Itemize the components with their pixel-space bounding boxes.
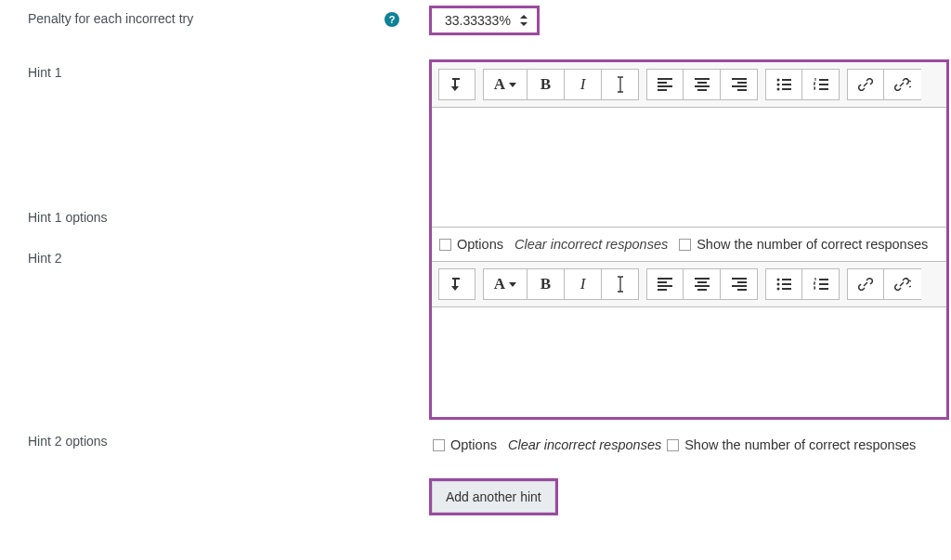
align-left-button[interactable] bbox=[646, 268, 684, 300]
align-right-icon bbox=[732, 278, 747, 291]
unlink-button[interactable] bbox=[884, 268, 921, 300]
numbered-list-icon bbox=[814, 78, 828, 91]
unlink-icon bbox=[894, 77, 911, 92]
hint2-options-row: Options Clear incorrect responses Show t… bbox=[429, 428, 944, 462]
hint2-clear-label: Clear incorrect responses bbox=[508, 437, 661, 452]
sort-icon bbox=[520, 15, 528, 26]
hint1-options-text: Options bbox=[457, 237, 503, 252]
align-left-icon bbox=[658, 78, 672, 91]
svg-point-4 bbox=[777, 283, 780, 286]
hint2-options-text: Options bbox=[450, 437, 497, 452]
chevron-down-icon bbox=[509, 282, 516, 287]
align-center-button[interactable] bbox=[684, 268, 721, 300]
penalty-value: 33.33333% bbox=[445, 13, 511, 28]
align-right-button[interactable] bbox=[721, 69, 758, 100]
hint2-options-label: Hint 2 options bbox=[28, 434, 409, 449]
hint2-options-checkbox[interactable] bbox=[433, 439, 445, 451]
bullet-list-button[interactable] bbox=[765, 268, 802, 300]
text-cursor-button[interactable] bbox=[602, 69, 639, 100]
numbered-list-button[interactable] bbox=[802, 268, 840, 300]
penalty-select[interactable]: 33.33333% bbox=[432, 8, 537, 33]
align-right-icon bbox=[732, 78, 747, 91]
paragraph-style-button[interactable]: A bbox=[483, 268, 528, 300]
bold-button[interactable]: B bbox=[528, 268, 565, 300]
penalty-label: Penalty for each incorrect try bbox=[28, 11, 384, 26]
bullet-list-button[interactable] bbox=[765, 69, 802, 100]
hint1-options-checkbox[interactable] bbox=[439, 239, 451, 251]
svg-point-5 bbox=[777, 288, 780, 291]
hint1-show-checkbox[interactable] bbox=[679, 239, 691, 251]
hint1-toolbar: A B I bbox=[432, 62, 946, 108]
hint1-editor[interactable] bbox=[432, 108, 946, 227]
chevron-down-icon bbox=[509, 83, 516, 87]
link-icon bbox=[858, 77, 873, 92]
bold-button[interactable]: B bbox=[528, 69, 565, 100]
svg-point-0 bbox=[777, 79, 780, 82]
hint1-label: Hint 1 bbox=[28, 65, 409, 80]
text-cursor-icon bbox=[615, 276, 626, 293]
align-right-button[interactable] bbox=[721, 268, 758, 300]
align-center-icon bbox=[695, 278, 710, 291]
unlink-button[interactable] bbox=[884, 69, 921, 100]
svg-point-2 bbox=[777, 88, 780, 91]
hint1-clear-label: Clear incorrect responses bbox=[515, 237, 668, 252]
hint1-show-label: Show the number of correct responses bbox=[697, 237, 928, 252]
hint2-show-checkbox[interactable] bbox=[667, 439, 679, 451]
hint2-show-label: Show the number of correct responses bbox=[684, 437, 916, 452]
hint1-options-row: Options Clear incorrect responses Show t… bbox=[432, 227, 946, 261]
toolbar-toggle-button[interactable] bbox=[438, 69, 476, 100]
text-cursor-icon bbox=[615, 76, 626, 93]
hint2-toolbar: A B I bbox=[432, 262, 946, 307]
link-button[interactable] bbox=[847, 69, 884, 100]
align-center-icon bbox=[695, 78, 710, 91]
numbered-list-icon bbox=[814, 278, 828, 291]
italic-button[interactable]: I bbox=[565, 268, 602, 300]
hint1-options-label: Hint 1 options bbox=[28, 210, 409, 225]
unlink-icon bbox=[894, 277, 911, 292]
hint2-label: Hint 2 bbox=[28, 251, 409, 266]
toolbar-toggle-button[interactable] bbox=[438, 268, 476, 300]
align-left-icon bbox=[658, 278, 672, 291]
svg-point-1 bbox=[777, 84, 780, 86]
align-center-button[interactable] bbox=[684, 69, 721, 100]
help-icon[interactable]: ? bbox=[384, 12, 399, 27]
hint2-editor[interactable] bbox=[432, 307, 946, 417]
svg-point-3 bbox=[777, 279, 780, 281]
arrow-down-icon bbox=[450, 77, 463, 92]
bullet-list-icon bbox=[776, 78, 791, 91]
numbered-list-button[interactable] bbox=[802, 69, 840, 100]
bullet-list-icon bbox=[776, 278, 791, 291]
link-button[interactable] bbox=[847, 268, 884, 300]
text-cursor-button[interactable] bbox=[602, 268, 639, 300]
arrow-down-icon bbox=[450, 277, 463, 292]
link-icon bbox=[858, 277, 873, 292]
align-left-button[interactable] bbox=[646, 69, 684, 100]
add-another-hint-button[interactable]: Add another hint bbox=[432, 481, 555, 513]
paragraph-style-button[interactable]: A bbox=[483, 69, 528, 100]
italic-button[interactable]: I bbox=[565, 69, 602, 100]
